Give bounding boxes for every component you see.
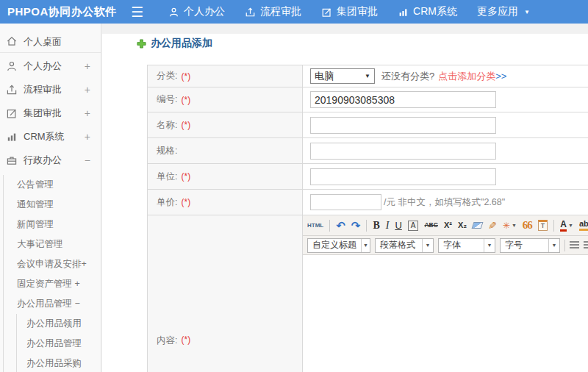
office-supplies-submenu: 办公用品领用 办公用品管理 办公用品采购	[16, 314, 101, 372]
quick-format-button[interactable]: ✳▼	[503, 221, 517, 230]
admin-office-submenu: 公告管理 通知管理 新闻管理 大事记管理 会议申请及安排+ 固定资产管理 + 办…	[3, 175, 101, 372]
sidebar-item-personal-office[interactable]: 个人办公 +	[0, 54, 101, 78]
no-category-hint: 还没有分类?	[381, 70, 434, 83]
sidebar-subitem-supplies-purchase[interactable]: 办公用品采购	[17, 354, 101, 372]
unit-label: 单位:	[157, 171, 177, 183]
top-header: PHPOA协同办公软件 ☰ 个人办公 流程审批 集团审批	[0, 0, 588, 24]
edit-icon	[6, 107, 18, 120]
required-mark: (*)	[181, 95, 190, 105]
add-category-link[interactable]: 点击添加分类	[438, 70, 495, 83]
topnav-group-approval[interactable]: 集团审批	[321, 5, 378, 18]
sidebar-subitem-news-mgmt[interactable]: 新闻管理	[4, 215, 101, 235]
paragraph-format-dropdown[interactable]: 段落格式 ▼	[375, 238, 434, 253]
sidebar-subitem-announcement-mgmt[interactable]: 公告管理	[4, 175, 101, 195]
expand-icon[interactable]: +	[85, 84, 90, 96]
code-label: 编号:	[157, 93, 177, 106]
form-row-name: 名称: (*)	[148, 112, 588, 138]
topnav-personal-office[interactable]: 个人办公	[168, 5, 225, 18]
sidebar-subitem-office-supplies-mgmt[interactable]: 办公用品管理 −	[4, 294, 101, 314]
expand-icon[interactable]: +	[85, 60, 90, 72]
highlight-color-button[interactable]: ab▼	[579, 220, 588, 231]
price-format-hint: /元 非中文，如填写格式"2.68"	[384, 196, 505, 209]
font-style-button[interactable]: A	[408, 221, 419, 231]
editor-content-area[interactable]	[303, 255, 588, 372]
subscript-button[interactable]: X₂	[458, 221, 467, 229]
price-label: 单价:	[157, 196, 177, 209]
format-painter-button[interactable]: ✎	[488, 221, 497, 231]
form-row-code: 编号: (*)	[148, 87, 588, 112]
editor-toolbar-row1: HTML ↶ ↷ B I U A ABC X² X₂ ✎ ✳▼ 66 T	[303, 215, 588, 236]
sidebar-subitem-fixed-assets-mgmt[interactable]: 固定资产管理 +	[4, 274, 101, 294]
redo-button[interactable]: ↷	[351, 220, 361, 231]
form-row-spec: 规格:	[148, 138, 588, 164]
italic-button[interactable]: I	[386, 221, 390, 231]
collapse-icon[interactable]: −	[85, 154, 90, 166]
topnav-crm-system[interactable]: CRM系统	[398, 5, 457, 18]
content-label: 内容:	[157, 335, 177, 347]
sidebar-subitem-supplies-requisition[interactable]: 办公用品领用	[17, 314, 101, 334]
unit-input[interactable]	[310, 168, 496, 185]
hamburger-menu-icon[interactable]: ☰	[131, 5, 143, 19]
blockquote-button[interactable]: 66	[523, 220, 532, 231]
main-content: 办公用品添加 分类: (*) 电脑 ▼ 还没有分类? 点击添加分类 >> 编号:	[102, 34, 588, 372]
chevron-down-icon: ▼	[524, 9, 530, 15]
form-row-content: 内容: (*) HTML ↶ ↷ B I U A ABC X² X₂	[148, 215, 588, 372]
align-left-button[interactable]	[570, 241, 579, 249]
expand-icon[interactable]: +	[85, 107, 90, 119]
strikethrough-button[interactable]: ABC	[424, 222, 437, 229]
required-mark: (*)	[181, 120, 190, 130]
custom-heading-dropdown[interactable]: 自定义标题 ▼	[307, 238, 370, 253]
topnav-workflow-approval[interactable]: 流程审批	[245, 5, 301, 18]
topnav-more-apps[interactable]: 更多应用 ▼	[477, 5, 530, 18]
sidebar-subitem-supplies-manage[interactable]: 办公用品管理	[17, 334, 101, 354]
undo-button[interactable]: ↶	[336, 220, 345, 231]
spec-label: 规格:	[157, 145, 177, 157]
paste-as-text-button[interactable]: T	[538, 220, 548, 231]
name-input[interactable]	[310, 117, 496, 134]
font-color-button[interactable]: A▼	[560, 220, 573, 232]
editor-toolbar-row2: 自定义标题 ▼ 段落格式 ▼ 字体 ▼ 字号 ▼	[303, 236, 588, 255]
code-input[interactable]	[310, 91, 496, 108]
add-category-arrows[interactable]: >>	[495, 71, 506, 82]
sidebar-subitem-events-mgmt[interactable]: 大事记管理	[4, 235, 101, 254]
app-logo: PHPOA协同办公软件	[0, 5, 131, 19]
bold-button[interactable]: B	[373, 221, 379, 231]
add-plus-icon	[137, 39, 146, 49]
rich-text-editor: HTML ↶ ↷ B I U A ABC X² X₂ ✎ ✳▼ 66 T	[303, 215, 588, 372]
dropdown-caret-icon: ▼	[484, 239, 495, 252]
toolbar-separator	[553, 220, 554, 232]
sidebar-item-crm-system[interactable]: CRM系统 +	[0, 125, 101, 149]
toolbar-separator	[329, 220, 330, 232]
required-mark: (*)	[181, 71, 190, 82]
font-size-dropdown[interactable]: 字号 ▼	[500, 238, 560, 253]
html-source-button[interactable]: HTML	[307, 223, 323, 229]
briefcase-icon	[6, 154, 18, 167]
sidebar-subitem-notice-mgmt[interactable]: 通知管理	[4, 195, 101, 215]
page-title: 办公用品添加	[137, 37, 212, 50]
toolbar-separator	[366, 220, 367, 232]
category-select[interactable]: 电脑 ▼	[310, 68, 375, 84]
superscript-button[interactable]: X²	[444, 221, 452, 229]
bar-chart-icon	[398, 7, 409, 18]
eraser-button[interactable]	[473, 222, 482, 229]
sidebar: 个人桌面 个人办公 + 流程审批 + 集团审批 +	[0, 24, 101, 372]
sparkle-icon: ✳	[503, 221, 510, 230]
font-family-dropdown[interactable]: 字体 ▼	[438, 238, 495, 253]
user-icon	[6, 60, 18, 73]
sidebar-item-group-approval[interactable]: 集团审批 +	[0, 101, 101, 125]
price-input[interactable]	[310, 194, 381, 210]
eraser-icon	[472, 222, 484, 229]
underline-button[interactable]: U	[395, 221, 401, 230]
form-row-price: 单价: (*) /元 非中文，如填写格式"2.68"	[148, 190, 588, 215]
spec-input[interactable]	[310, 143, 496, 160]
sidebar-item-admin-office[interactable]: 行政办公 −	[0, 149, 101, 172]
office-supply-form: 分类: (*) 电脑 ▼ 还没有分类? 点击添加分类 >> 编号: (*)	[147, 65, 588, 372]
form-row-unit: 单位: (*)	[148, 164, 588, 190]
sidebar-subitem-meeting-mgmt[interactable]: 会议申请及安排+	[4, 254, 101, 274]
align-center-button[interactable]	[584, 241, 588, 249]
expand-icon[interactable]: +	[85, 131, 90, 143]
sidebar-item-workflow-approval[interactable]: 流程审批 +	[0, 78, 101, 101]
sidebar-item-personal-desktop[interactable]: 个人桌面	[0, 31, 101, 53]
workflow-icon	[6, 84, 18, 96]
required-mark: (*)	[181, 171, 190, 182]
